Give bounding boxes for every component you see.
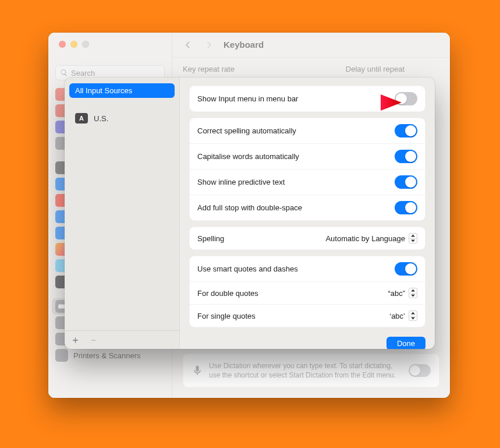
sheet-sidebar-footer: ＋ － [65,330,179,349]
remove-input-source-button[interactable]: － [88,333,98,347]
window-controls [48,33,172,55]
row-show-input-menu: Show Input menu in menu bar [190,86,425,111]
back-icon[interactable] [183,40,193,50]
spelling-select[interactable]: Automatic by Language [325,233,417,244]
row-single-quotes: For single quotes ‘abc’ [190,304,425,327]
row-label: For double quotes [197,289,258,298]
input-source-badge: A [75,113,88,124]
row-capitalise: Capitalise words automatically [190,143,425,169]
stepper-icon [409,311,417,321]
row-smart-quotes: Use smart quotes and dashes [190,256,425,281]
key-repeat-label: Key repeat rate [183,65,235,73]
select-value: ‘abc’ [389,312,405,320]
row-label: Use smart quotes and dashes [197,264,298,273]
select-value: “abc” [388,289,405,298]
row-fullstop: Add full stop with double-space [190,195,425,220]
row-predictive: Show inline predictive text [190,169,425,195]
content-header: Keyboard [172,33,450,58]
sidebar-item-label: Printers & Scanners [73,351,141,360]
dictation-description: Use Dictation wherever you can type text… [209,361,403,380]
row-label: For single quotes [197,312,256,320]
row-double-quotes: For double quotes “abc” [190,281,425,304]
show-input-menu-toggle[interactable] [395,92,417,105]
add-input-source-button[interactable]: ＋ [70,333,80,347]
printer-icon [55,349,68,362]
single-quotes-select[interactable]: ‘abc’ [389,311,417,321]
input-sources-sheet: All Input Sources A U.S. ＋ － Show Input … [65,77,435,349]
row-label: Spelling [197,234,224,243]
row-label: Show Input menu in menu bar [197,94,298,103]
row-correct-spelling: Correct spelling automatically [190,118,425,143]
minimize-window-button[interactable] [70,41,77,48]
row-label: Capitalise words automatically [197,152,299,161]
all-input-sources-tab[interactable]: All Input Sources [69,83,175,98]
double-quotes-select[interactable]: “abc” [388,288,417,298]
dictation-panel: Use Dictation wherever you can type text… [183,354,439,387]
stepper-icon [409,233,417,244]
capitalise-toggle[interactable] [395,150,417,163]
microphone-icon [192,365,203,376]
row-label: Show inline predictive text [197,178,285,186]
sheet-sidebar: All Input Sources A U.S. ＋ － [65,77,180,349]
page-title: Keyboard [224,40,264,50]
zoom-window-button[interactable] [82,41,89,48]
done-button[interactable]: Done [386,337,425,349]
delay-repeat-label: Delay until repeat [346,65,405,73]
predictive-text-toggle[interactable] [395,175,417,189]
dictation-toggle[interactable] [409,364,431,377]
input-source-label: U.S. [94,114,108,123]
smart-quotes-toggle[interactable] [395,262,417,276]
forward-icon[interactable] [204,40,214,50]
stepper-icon [409,288,417,298]
row-label: Add full stop with double-space [197,203,302,212]
sidebar-item-printers[interactable]: Printers & Scanners [52,347,168,364]
search-icon [60,69,68,77]
correct-spelling-toggle[interactable] [395,124,417,137]
row-label: Correct spelling automatically [197,126,296,135]
fullstop-toggle[interactable] [395,201,417,214]
input-source-us[interactable]: A U.S. [69,111,175,126]
row-spelling: Spelling Automatic by Language [190,227,425,249]
sheet-content: Show Input menu in menu bar Correct spel… [180,77,435,349]
close-window-button[interactable] [59,41,66,48]
select-value: Automatic by Language [325,234,405,243]
